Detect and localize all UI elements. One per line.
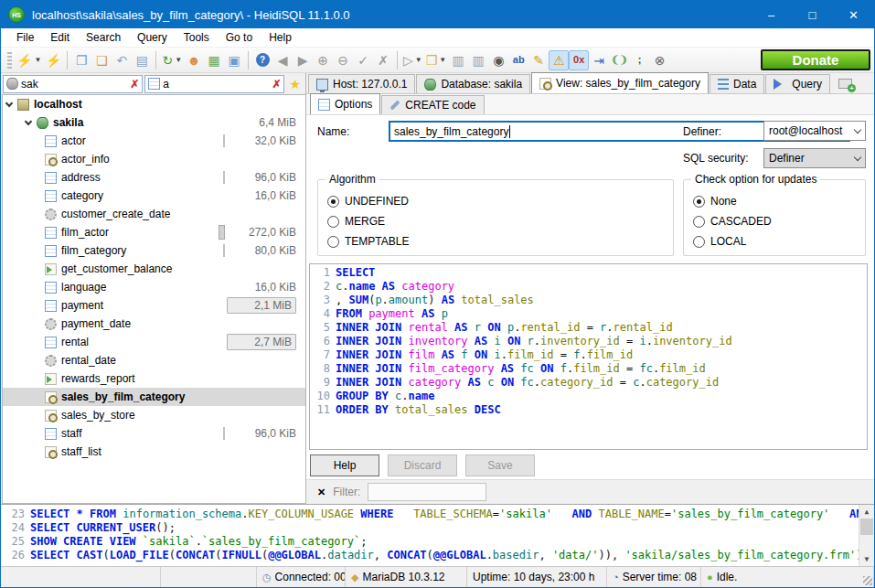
radio-button-icon[interactable] <box>693 196 705 208</box>
minimize-button[interactable]: – <box>751 1 792 28</box>
dropdown-caret-icon[interactable]: ▼ <box>439 56 446 64</box>
column-filter-input[interactable]: a ✗ <box>144 75 284 93</box>
subtab-create-code[interactable]: CREATE code <box>381 95 484 114</box>
subtab-options[interactable]: Options <box>310 93 380 114</box>
load-sql-file-button[interactable]: ❒▼ <box>424 50 448 70</box>
cancel-query-button[interactable]: ⊗ <box>650 50 670 70</box>
scroll-up-icon[interactable]: ▲ <box>859 505 874 519</box>
refresh-button[interactable]: ↻▼ <box>160 50 184 70</box>
resize-grip[interactable] <box>863 576 872 585</box>
stop-on-errors-button[interactable]: ⚠ <box>549 50 569 70</box>
post-record-button[interactable]: ✓ <box>353 50 373 70</box>
tree-item-customer_create_date[interactable]: customer_create_date <box>3 205 305 223</box>
log-scrollbar[interactable]: ▲ ▼ <box>859 505 874 566</box>
radio-button-icon[interactable] <box>327 196 339 208</box>
definer-select[interactable]: root@localhost <box>763 121 866 141</box>
algorithm-option-merge[interactable]: MERGE <box>327 215 385 228</box>
help-button[interactable]: ? <box>252 50 272 70</box>
help-button[interactable]: Help <box>310 454 379 476</box>
dropdown-caret-icon[interactable]: ▼ <box>34 56 41 64</box>
tree-item-staff_list[interactable]: staff_list <box>3 443 305 461</box>
check-option-option-none[interactable]: None <box>693 195 737 208</box>
insert-files-button[interactable]: ⇥ <box>589 50 609 70</box>
radio-button-icon[interactable] <box>327 216 339 228</box>
session-manager-button[interactable]: ⚡▼ <box>15 50 43 70</box>
tab-data[interactable]: Data <box>710 74 764 93</box>
scrollbar-thumb[interactable] <box>860 519 873 535</box>
paste-button[interactable]: ❑ <box>91 50 112 70</box>
check-option-option-cascaded[interactable]: CASCADED <box>693 215 772 228</box>
tab-view-sales-by-film-category[interactable]: View: sales_by_film_category <box>531 72 709 93</box>
close-filter-icon[interactable]: ✕ <box>317 486 325 498</box>
tree-item-payment[interactable]: payment2,1 MiB <box>3 296 305 315</box>
radio-button-icon[interactable] <box>693 236 705 248</box>
tree-item-get_customer_balance[interactable]: get_customer_balance <box>3 260 305 278</box>
reformat-sql-button[interactable]: ✎ <box>528 50 549 70</box>
expand-chevron-icon[interactable] <box>5 99 13 106</box>
tree-item-actor[interactable]: actor32,0 KiB <box>3 132 305 150</box>
tab-query[interactable]: Query <box>765 74 830 93</box>
dropdown-caret-icon[interactable]: ▼ <box>175 56 182 64</box>
dropdown-caret-icon[interactable]: ▼ <box>415 56 422 64</box>
tree-item-staff[interactable]: staff96,0 KiB <box>3 424 305 443</box>
algorithm-option-undefined[interactable]: UNDEFINED <box>327 195 409 208</box>
algorithm-option-temptable[interactable]: TEMPTABLE <box>327 235 409 248</box>
tree-item-sakila[interactable]: sakila6,4 MiB <box>3 113 305 132</box>
find-text-button[interactable]: ◉ <box>488 50 508 70</box>
single-queries-button[interactable]: ; <box>630 50 650 70</box>
menu-item-help[interactable]: Help <box>261 28 300 47</box>
tab-addtab[interactable] <box>831 74 859 93</box>
menu-item-edit[interactable]: Edit <box>42 28 78 47</box>
tree-item-category[interactable]: category16,0 KiB <box>3 187 305 205</box>
export-database-button[interactable]: ▦ <box>204 50 224 70</box>
nav-first-button[interactable]: ◀ <box>272 50 293 70</box>
blob-as-text-button[interactable]: 0x <box>569 50 589 70</box>
donate-button[interactable]: Donate <box>761 49 870 70</box>
menu-item-search[interactable]: Search <box>78 28 129 47</box>
menu-item-tools[interactable]: Tools <box>176 28 218 47</box>
tree-item-rental[interactable]: rental2,7 MiB <box>3 333 305 351</box>
sql-security-select[interactable]: Definer <box>763 148 866 168</box>
tree-item-sales_by_store[interactable]: sales_by_store <box>3 406 305 424</box>
tree-item-language[interactable]: language16,0 KiB <box>3 278 305 296</box>
save-settings-button[interactable]: ▣ <box>224 50 244 70</box>
user-manager-button[interactable]: ☻ <box>184 50 204 70</box>
save-sql-snippet-button[interactable]: ▥ <box>468 50 488 70</box>
filter-input[interactable] <box>368 483 486 501</box>
clear-table-filter-icon[interactable]: ✗ <box>130 78 139 91</box>
tree-item-rental_date[interactable]: rental_date <box>3 351 305 369</box>
bind-parameters-button[interactable]: ❨❩ <box>609 50 629 70</box>
radio-button-icon[interactable] <box>327 236 339 248</box>
tree-item-address[interactable]: address96,0 KiB <box>3 168 305 187</box>
save-sql-button[interactable]: ▥ <box>448 50 468 70</box>
nav-last-button[interactable]: ▶ <box>293 50 313 70</box>
menu-item-file[interactable]: File <box>8 28 42 47</box>
view-sql-editor[interactable]: 1SELECT2c.name AS category3, SUM(p.amoun… <box>309 263 868 450</box>
cancel-editing-button[interactable]: ✗ <box>373 50 393 70</box>
add-record-button[interactable]: ⊕ <box>313 50 333 70</box>
maximize-button[interactable]: □ <box>792 1 833 28</box>
tree-item-payment_date[interactable]: payment_date <box>3 315 305 333</box>
check-option-option-local[interactable]: LOCAL <box>693 235 746 248</box>
tab-host-127-0-0-1[interactable]: Host: 127.0.0.1 <box>308 74 415 93</box>
radio-button-icon[interactable] <box>693 216 705 228</box>
print-button[interactable]: ▤ <box>132 50 152 70</box>
favorites-star-icon[interactable]: ★ <box>289 77 301 91</box>
run-sql-button[interactable]: ▷▼ <box>401 50 424 70</box>
replace-text-button[interactable]: ab <box>508 50 528 70</box>
undo-button[interactable]: ↶ <box>112 50 132 70</box>
tab-database-sakila[interactable]: Database: sakila <box>416 74 530 93</box>
clear-column-filter-icon[interactable]: ✗ <box>272 78 281 91</box>
tree-item-rewards_report[interactable]: rewards_report <box>3 369 305 388</box>
tree-item-localhost[interactable]: localhost <box>3 95 305 113</box>
disconnect-button[interactable]: ⚡ <box>43 50 63 70</box>
tree-item-actor_info[interactable]: actor_info <box>3 150 305 168</box>
menu-item-go-to[interactable]: Go to <box>218 28 261 47</box>
tree-item-film_category[interactable]: film_category80,0 KiB <box>3 241 305 260</box>
expand-chevron-icon[interactable] <box>25 117 32 124</box>
menu-item-query[interactable]: Query <box>129 28 176 47</box>
close-button[interactable]: ✕ <box>833 1 874 28</box>
delete-record-button[interactable]: ⊖ <box>333 50 353 70</box>
table-filter-input[interactable]: sak ✗ <box>3 75 143 93</box>
tree-item-film_actor[interactable]: film_actor272,0 KiB <box>3 223 305 241</box>
